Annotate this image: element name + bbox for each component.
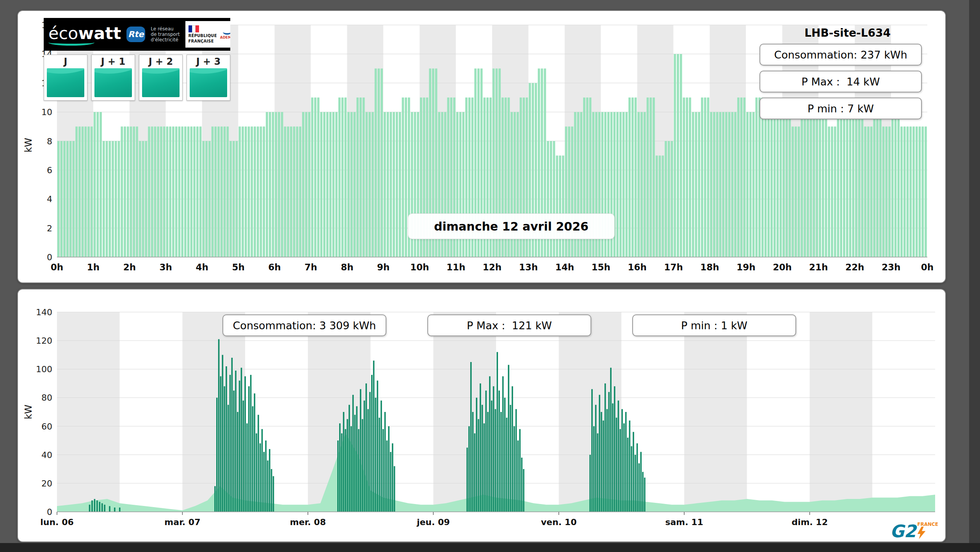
- ademe-mark-icon: [223, 29, 230, 35]
- ecowatt-swoosh-icon: [48, 39, 94, 46]
- svg-text:5h: 5h: [232, 262, 244, 272]
- svg-text:40: 40: [41, 450, 52, 460]
- weekly-stat-pill-0: Consommation: 3 309 kWh: [222, 314, 386, 336]
- y-axis-unit-bottom: kW: [23, 405, 34, 419]
- weekly-stat-pill-1: P Max : 121 kW: [427, 314, 591, 336]
- site-title: LHB-site-L634: [804, 27, 891, 39]
- g2e-france-text: FRANCE: [917, 522, 938, 527]
- day-tab-j-1[interactable]: J + 1: [91, 55, 135, 101]
- svg-text:0h: 0h: [51, 262, 63, 272]
- french-flag-and-text: RÉPUBLIQUE FRANÇAISE: [189, 25, 217, 43]
- french-flag-icon: [189, 25, 217, 32]
- svg-text:dim. 12: dim. 12: [791, 517, 828, 527]
- daily-stat-pill-1: P Max : 14 kW: [759, 71, 922, 92]
- svg-text:22h: 22h: [845, 262, 864, 272]
- daily-stat-pill-2: P min : 7 kW: [759, 98, 922, 119]
- ademe-logo: ADEME: [220, 29, 230, 39]
- window-right-edge: [969, 0, 980, 552]
- svg-text:2: 2: [47, 224, 52, 233]
- svg-text:11h: 11h: [446, 262, 465, 272]
- weekly-stats-group: Consommation: 3 309 kWhP Max : 121 kWP m…: [222, 314, 796, 336]
- g2e-logo: G2 FRANCE: [890, 522, 938, 539]
- svg-text:8: 8: [47, 137, 52, 146]
- weekly-stat-pill-2: P min : 1 kW: [632, 314, 796, 336]
- svg-text:lun. 06: lun. 06: [40, 517, 74, 527]
- ecowatt-green-status-icon: [94, 68, 132, 97]
- day-tab-label: J + 3: [196, 55, 221, 68]
- date-label: dimanche 12 avril 2026: [408, 214, 614, 239]
- svg-text:9h: 9h: [377, 262, 390, 272]
- svg-text:13h: 13h: [519, 262, 538, 272]
- svg-text:10: 10: [41, 107, 52, 117]
- republique-text-line1: RÉPUBLIQUE: [189, 34, 217, 38]
- ecowatt-green-status-icon: [47, 68, 84, 97]
- svg-text:4h: 4h: [196, 262, 208, 272]
- svg-text:15h: 15h: [592, 262, 610, 272]
- y-axis-unit-top: kW: [23, 138, 34, 153]
- svg-text:ven. 10: ven. 10: [541, 517, 577, 527]
- svg-text:3h: 3h: [160, 262, 172, 272]
- republique-francaise-logo: RÉPUBLIQUE FRANÇAISE ADEME: [185, 21, 230, 48]
- rte-tagline-line1: Le réseau: [151, 26, 180, 32]
- svg-text:4: 4: [47, 194, 52, 204]
- rte-tagline: Le réseau de transport d'électricité: [151, 26, 180, 43]
- g2e-logo-right: FRANCE: [917, 522, 938, 539]
- svg-text:16h: 16h: [628, 262, 646, 272]
- day-tab-j[interactable]: J: [44, 55, 87, 101]
- lightning-bolt-icon: [917, 527, 927, 539]
- day-tab-j-2[interactable]: J + 2: [139, 55, 183, 101]
- svg-text:0h: 0h: [921, 262, 934, 272]
- svg-text:140: 140: [36, 309, 52, 317]
- ecowatt-wordmark: écowatt: [48, 25, 121, 44]
- svg-text:2h: 2h: [123, 262, 136, 272]
- ecowatt-green-status-icon: [190, 68, 227, 97]
- day-tab-j-3[interactable]: J + 3: [187, 55, 230, 101]
- svg-text:100: 100: [36, 364, 52, 374]
- svg-text:19h: 19h: [736, 262, 755, 272]
- svg-text:20: 20: [41, 479, 52, 488]
- ecowatt-header-logo: écowatt Rte Le réseau de transport d'éle…: [44, 18, 230, 51]
- svg-text:23h: 23h: [882, 262, 900, 272]
- svg-text:12h: 12h: [483, 262, 502, 272]
- forecast-day-tabs: JJ + 1J + 2J + 3: [44, 55, 230, 101]
- svg-text:0: 0: [47, 252, 52, 262]
- svg-text:20h: 20h: [773, 262, 791, 272]
- svg-text:jeu. 09: jeu. 09: [416, 517, 450, 527]
- rte-logo: Rte: [126, 27, 145, 42]
- weekly-chart-panel: kW 020406080100120140lun. 06mar. 07mer. …: [17, 289, 946, 542]
- svg-text:120: 120: [36, 336, 52, 346]
- daily-stat-pill-0: Consommation: 237 kWh: [759, 44, 922, 66]
- svg-text:0: 0: [47, 507, 52, 517]
- svg-text:sam. 11: sam. 11: [665, 517, 703, 527]
- svg-text:17h: 17h: [664, 262, 683, 272]
- svg-text:mar. 07: mar. 07: [164, 517, 200, 527]
- svg-text:8h: 8h: [341, 262, 353, 272]
- day-tab-label: J + 1: [101, 55, 125, 68]
- svg-text:1h: 1h: [87, 262, 100, 272]
- day-tab-label: J: [64, 55, 68, 68]
- window-bottom-edge: [0, 543, 980, 552]
- daily-stats-group: Consommation: 237 kWhP Max : 14 kWP min …: [759, 44, 922, 119]
- g2e-wordmark: G2: [890, 524, 916, 539]
- ecowatt-green-status-icon: [142, 68, 180, 97]
- weekly-consumption-area-chart: 020406080100120140lun. 06mar. 07mer. 08j…: [34, 309, 943, 542]
- svg-text:6h: 6h: [268, 262, 281, 272]
- day-tab-label: J + 2: [149, 55, 173, 68]
- republique-text-line2: FRANÇAISE: [189, 39, 217, 43]
- svg-text:80: 80: [41, 393, 52, 403]
- svg-text:7h: 7h: [304, 262, 317, 272]
- svg-text:18h: 18h: [700, 262, 719, 272]
- svg-text:14h: 14h: [555, 262, 574, 272]
- daily-chart-panel: kW 02468101214160h1h2h3h4h5h6h7h8h9h10h1…: [17, 10, 946, 283]
- rte-tagline-line2: de transport: [151, 32, 180, 37]
- svg-text:mer. 08: mer. 08: [290, 517, 326, 527]
- svg-text:21h: 21h: [809, 262, 828, 272]
- svg-text:10h: 10h: [410, 262, 429, 272]
- rte-tagline-line3: d'électricité: [151, 37, 180, 43]
- svg-text:6: 6: [47, 165, 52, 175]
- ademe-text: ADEME: [220, 35, 230, 39]
- svg-text:60: 60: [41, 422, 52, 431]
